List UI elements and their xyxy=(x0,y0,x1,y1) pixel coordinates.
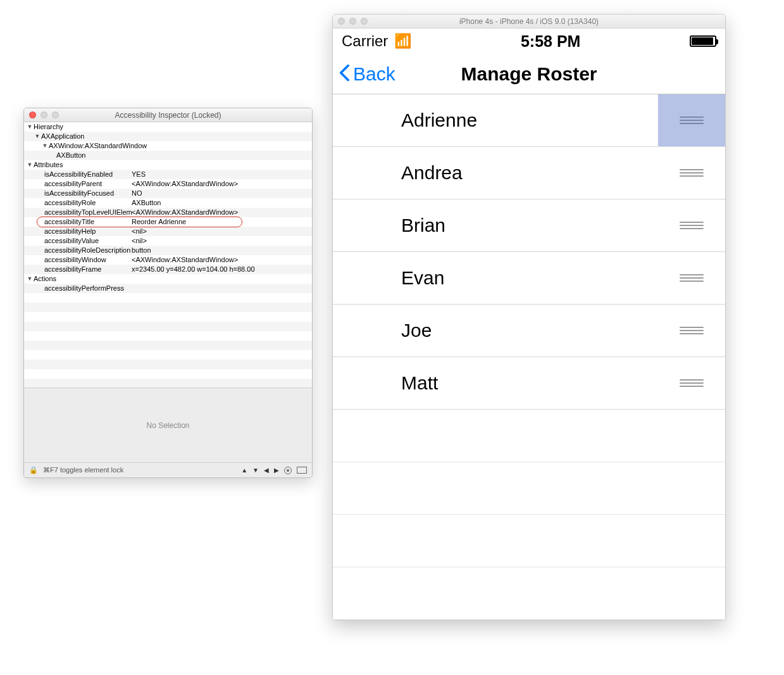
attribute-value: <nil> xyxy=(132,236,312,246)
reorder-handle[interactable] xyxy=(658,252,725,304)
attribute-row[interactable]: accessibilityTitleReorder Adrienne xyxy=(24,217,312,227)
roster-row[interactable]: Joe xyxy=(333,305,725,357)
disclosure-triangle-icon[interactable]: ▼ xyxy=(42,141,48,151)
action-row[interactable]: accessibilityPerformPress xyxy=(24,284,312,293)
empty-row xyxy=(24,360,312,369)
reorder-handle[interactable] xyxy=(658,147,725,199)
empty-row xyxy=(24,303,312,312)
inspector-nav-buttons: ▲ ▼ ◀ ▶ xyxy=(241,467,307,474)
reorder-handle[interactable] xyxy=(658,305,725,356)
back-button[interactable]: Back xyxy=(338,63,395,85)
navigation-bar: Back Manage Roster xyxy=(333,54,725,94)
attribute-row[interactable]: accessibilityWindow<AXWindow:AXStandardW… xyxy=(24,255,312,265)
roster-row[interactable]: Adrienne xyxy=(333,94,725,147)
roster-name-label: Brian xyxy=(401,215,445,236)
actions-label: Actions xyxy=(34,274,56,284)
footer-hint: ⌘F7 toggles element lock xyxy=(43,466,123,474)
attribute-row[interactable]: isAccessibilityEnabledYES xyxy=(24,170,312,179)
carrier-label: Carrier xyxy=(342,32,388,50)
inspector-titlebar[interactable]: Accessibility Inspector (Locked) xyxy=(24,108,312,122)
hierarchy-item-label: AXWindow:AXStandardWindow xyxy=(49,141,147,151)
attribute-key: accessibilityRoleDescription xyxy=(27,246,132,255)
reorder-handle[interactable] xyxy=(658,357,725,409)
highlight-rect-icon[interactable] xyxy=(297,467,307,474)
roster-name-label: Joe xyxy=(401,320,432,341)
inspector-detail-pane: No Selection 🔒 ⌘F7 toggles element lock … xyxy=(24,388,312,477)
attribute-key: accessibilityParent xyxy=(27,179,132,189)
roster-row[interactable]: Andrea xyxy=(333,147,725,199)
empty-row xyxy=(24,293,312,303)
no-selection-label: No Selection xyxy=(24,388,312,462)
hierarchy-row[interactable]: ▼AXWindow:AXStandardWindow xyxy=(24,141,312,151)
target-icon[interactable] xyxy=(284,467,292,474)
attribute-value: YES xyxy=(132,170,312,179)
attribute-row[interactable]: accessibilityFramex=2345.00 y=482.00 w=1… xyxy=(24,265,312,274)
empty-row xyxy=(24,369,312,379)
hierarchy-section-header[interactable]: ▼ Hierarchy xyxy=(24,122,312,132)
attribute-row[interactable]: accessibilityHelp<nil> xyxy=(24,227,312,236)
attribute-value: NO xyxy=(132,189,312,198)
roster-table[interactable]: AdrienneAndreaBrianEvanJoeMatt xyxy=(333,94,725,620)
close-icon[interactable] xyxy=(338,18,345,25)
attribute-value: <AXWindow:AXStandardWindow> xyxy=(132,255,312,265)
reorder-icon xyxy=(680,377,704,389)
disclosure-triangle-icon[interactable]: ▼ xyxy=(27,274,33,284)
attribute-value: button xyxy=(132,246,312,255)
zoom-icon[interactable] xyxy=(361,18,368,25)
attribute-key: accessibilityWindow xyxy=(27,255,132,265)
attributes-section-header[interactable]: ▼ Attributes xyxy=(24,160,312,170)
hierarchy-item-label: AXButton xyxy=(56,151,85,160)
nav-left-button[interactable]: ◀ xyxy=(264,467,269,474)
empty-row xyxy=(24,379,312,388)
reorder-icon xyxy=(680,167,704,179)
attribute-key: accessibilityRole xyxy=(27,198,132,208)
reorder-handle[interactable] xyxy=(658,199,725,251)
nav-up-button[interactable]: ▲ xyxy=(241,467,247,474)
reorder-icon xyxy=(680,220,704,231)
zoom-icon[interactable] xyxy=(52,111,59,118)
roster-row[interactable]: Brian xyxy=(333,199,725,252)
actions-section-header[interactable]: ▼ Actions xyxy=(24,274,312,284)
attribute-row[interactable]: accessibilityRoleAXButton xyxy=(24,198,312,208)
empty-row xyxy=(24,322,312,331)
empty-row xyxy=(333,462,725,515)
attribute-row[interactable]: accessibilityParent<AXWindow:AXStandardW… xyxy=(24,179,312,189)
traffic-lights xyxy=(24,111,59,118)
simulator-titlebar[interactable]: iPhone 4s - iPhone 4s / iOS 9.0 (13A340) xyxy=(333,15,725,28)
attribute-key: isAccessibilityFocused xyxy=(27,189,132,198)
attributes-label: Attributes xyxy=(34,160,63,170)
nav-right-button[interactable]: ▶ xyxy=(274,467,279,474)
reorder-handle[interactable] xyxy=(658,94,725,146)
chevron-left-icon xyxy=(338,64,351,84)
disclosure-triangle-icon[interactable]: ▼ xyxy=(27,160,33,170)
minimize-icon[interactable] xyxy=(40,111,47,118)
minimize-icon[interactable] xyxy=(349,18,356,25)
empty-row xyxy=(24,341,312,350)
action-name: accessibilityPerformPress xyxy=(27,284,132,293)
attribute-row[interactable]: accessibilityRoleDescriptionbutton xyxy=(24,246,312,255)
hierarchy-row[interactable]: AXButton xyxy=(24,151,312,160)
simulator-window: iPhone 4s - iPhone 4s / iOS 9.0 (13A340)… xyxy=(332,14,726,621)
inspector-window-title: Accessibility Inspector (Locked) xyxy=(24,111,312,120)
roster-name-label: Evan xyxy=(401,267,444,289)
empty-row xyxy=(24,331,312,341)
accessibility-inspector-window: Accessibility Inspector (Locked) ▼ Hiera… xyxy=(23,108,313,478)
disclosure-triangle-icon[interactable]: ▼ xyxy=(27,122,33,132)
battery-icon xyxy=(690,35,716,47)
disclosure-triangle-icon[interactable]: ▼ xyxy=(34,132,40,141)
hierarchy-row[interactable]: ▼AXApplication xyxy=(24,132,312,141)
empty-row xyxy=(333,515,725,567)
traffic-lights xyxy=(333,18,368,25)
attribute-row[interactable]: accessibilityTopLevelUIElement<AXWindow:… xyxy=(24,208,312,217)
roster-row[interactable]: Matt xyxy=(333,357,725,410)
attribute-row[interactable]: accessibilityValue<nil> xyxy=(24,236,312,246)
roster-name-label: Andrea xyxy=(401,162,463,184)
close-icon[interactable] xyxy=(29,111,36,118)
roster-row[interactable]: Evan xyxy=(333,252,725,305)
attribute-row[interactable]: isAccessibilityFocusedNO xyxy=(24,189,312,198)
attribute-key: accessibilityValue xyxy=(27,236,132,246)
hierarchy-item-label: AXApplication xyxy=(41,132,85,141)
attribute-value: Reorder Adrienne xyxy=(132,217,312,227)
nav-down-button[interactable]: ▼ xyxy=(252,467,259,474)
roster-name-label: Adrienne xyxy=(401,110,477,131)
